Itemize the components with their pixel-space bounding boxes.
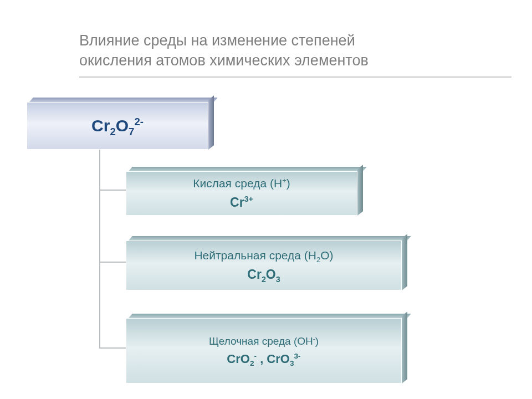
child-face: Нейтральная среда (H2O) Cr2O3 [126, 241, 402, 290]
root-node: Cr2O72- [27, 98, 214, 150]
product-formula: CrO2- , CrO33- [227, 351, 300, 367]
bevel-right-icon [402, 234, 407, 290]
title-underline [79, 76, 511, 78]
connector-branch-1 [99, 190, 126, 191]
bevel-right-icon [402, 311, 407, 383]
child-face: Щелочная среда (OH-) CrO2- , CrO33- [126, 318, 402, 383]
environment-label: Нейтральная среда (H2O) [194, 248, 333, 263]
child-node-acidic: Кислая среда (H+) Cr3+ [126, 167, 363, 216]
bevel-top-icon [29, 98, 218, 102]
connector-branch-3 [99, 347, 126, 349]
title-line-2: окисления атомов химических элементов [79, 52, 369, 69]
product-formula: Cr2O3 [247, 266, 280, 283]
slide-title: Влияние среды на изменение степеней окис… [79, 30, 467, 71]
bevel-top-icon [129, 314, 411, 318]
bevel-top-icon [129, 236, 411, 241]
connector-branch-2 [99, 262, 126, 263]
bevel-right-icon [208, 95, 214, 150]
connector-trunk [99, 149, 100, 349]
child-face: Кислая среда (H+) Cr3+ [126, 171, 357, 216]
child-node-neutral: Нейтральная среда (H2O) Cr2O3 [126, 236, 407, 290]
environment-label: Кислая среда (H+) [193, 176, 290, 191]
product-formula: Cr3+ [230, 194, 253, 211]
child-node-alkaline: Щелочная среда (OH-) CrO2- , CrO33- [126, 314, 407, 383]
slide: Влияние среды на изменение степеней окис… [0, 0, 532, 399]
title-line-1: Влияние среды на изменение степеней [79, 32, 355, 49]
environment-label: Щелочная среда (OH-) [209, 334, 319, 349]
bevel-right-icon [357, 165, 363, 216]
bevel-top-icon [129, 167, 367, 171]
root-formula: Cr2O72- [91, 116, 144, 135]
root-face: Cr2O72- [27, 102, 208, 150]
